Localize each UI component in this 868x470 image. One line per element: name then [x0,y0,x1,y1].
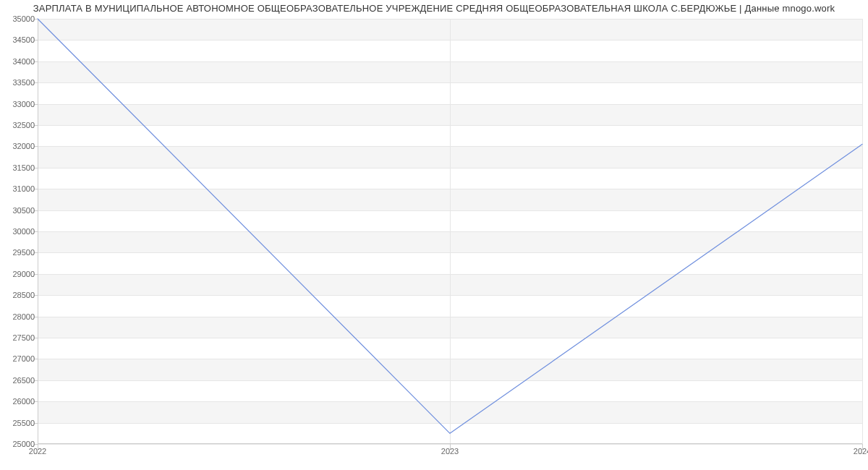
y-axis-label: 28500 [3,291,35,299]
y-axis-label: 31000 [3,184,35,193]
y-axis-label: 25500 [3,419,35,427]
x-axis-label: 2023 [441,447,459,456]
y-axis-label: 31500 [3,163,35,172]
y-axis-label: 27500 [3,333,35,342]
y-axis-label: 28000 [3,312,35,321]
y-axis-label: 30000 [3,227,35,236]
x-axis-label: 2024 [854,447,868,456]
y-axis-label: 34000 [3,57,35,66]
y-axis-label: 33000 [3,100,35,108]
line-series [38,19,862,444]
y-axis-label: 35000 [3,14,35,23]
y-axis-label: 26000 [3,397,35,406]
y-axis-label: 30500 [3,206,35,215]
y-axis-label: 29500 [3,248,35,257]
y-axis-label: 29000 [3,270,35,278]
y-axis-label: 32500 [3,121,35,129]
x-grid-line [862,19,863,444]
chart-title: ЗАРПЛАТА В МУНИЦИПАЛЬНОЕ АВТОНОМНОЕ ОБЩЕ… [0,3,868,14]
plot-area [38,19,862,444]
y-axis-label: 27000 [3,354,35,363]
y-axis-label: 34500 [3,35,35,44]
x-axis-label: 2022 [29,447,46,456]
y-axis-label: 33500 [3,78,35,87]
chart-container: ЗАРПЛАТА В МУНИЦИПАЛЬНОЕ АВТОНОМНОЕ ОБЩЕ… [0,0,868,470]
y-axis-label: 32000 [3,142,35,150]
y-axis-label: 26500 [3,376,35,385]
